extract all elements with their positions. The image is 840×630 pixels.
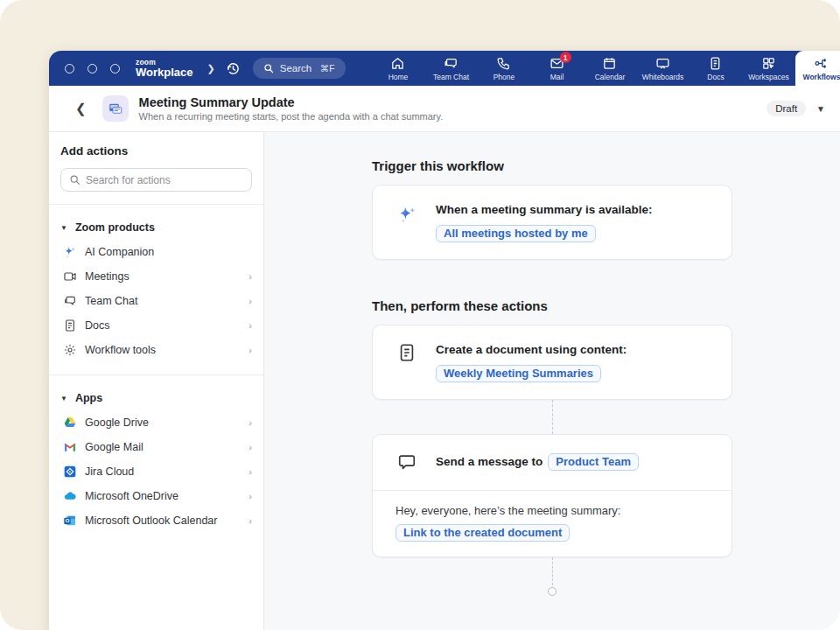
- navbar-items: Home Team Chat Phone 1 Mail Calend: [372, 51, 840, 86]
- ai-companion-icon: [62, 245, 77, 260]
- create-document-content: Create a document using content: Weekly …: [436, 342, 626, 382]
- zoom-workplace-window: zoom Workplace ❯ Search ⌘F Home: [49, 51, 840, 630]
- create-document-card[interactable]: Create a document using content: Weekly …: [372, 325, 732, 400]
- recipient-chip[interactable]: Product Team: [548, 453, 639, 471]
- status-chevron-down-icon[interactable]: ▼: [815, 102, 827, 116]
- desktop-background: zoom Workplace ❯ Search ⌘F Home: [0, 0, 840, 630]
- sidebar-item-google-drive[interactable]: Google Drive ›: [49, 410, 263, 435]
- window-control-1[interactable]: [65, 64, 74, 74]
- chevron-right-icon: ›: [248, 345, 252, 355]
- docs-icon: [708, 56, 723, 71]
- chevron-right-icon: ›: [248, 515, 252, 526]
- calendar-icon: [602, 56, 617, 71]
- google-drive-icon: [62, 416, 77, 430]
- sidebar-item-ai-companion[interactable]: AI Companion: [49, 240, 263, 264]
- team-chat-icon: [62, 294, 77, 309]
- nav-item-docs[interactable]: Docs: [690, 51, 743, 86]
- sidebar-item-team-chat[interactable]: Team Chat ›: [49, 289, 263, 313]
- search-placeholder: Search: [280, 63, 314, 74]
- back-button[interactable]: ❮: [68, 97, 94, 120]
- workspaces-icon: [761, 56, 776, 71]
- gear-icon: [62, 343, 77, 358]
- nav-item-team-chat[interactable]: Team Chat: [424, 51, 478, 86]
- phone-icon: [496, 56, 511, 71]
- workflow-connector: [552, 400, 553, 434]
- chevron-right-icon: ›: [248, 296, 252, 306]
- sidebar-item-microsoft-outlook-calendar[interactable]: O Microsoft Outlook Calendar ›: [49, 508, 263, 533]
- nav-forward-chevron-icon[interactable]: ❯: [206, 63, 217, 74]
- onedrive-icon: [62, 489, 77, 504]
- page-subtitle: When a recurring meeting starts, post th…: [139, 111, 767, 122]
- actions-search-placeholder: Search for actions: [86, 174, 171, 186]
- mail-badge: 1: [560, 52, 571, 63]
- workflow-header: ❮ Meeting Summary Update When a recurrin…: [49, 86, 840, 132]
- jira-icon: [62, 465, 77, 480]
- search-input[interactable]: Search ⌘F: [253, 58, 346, 79]
- whiteboards-icon: [655, 56, 670, 71]
- send-message-content: Send a message to Product Team: [436, 452, 639, 472]
- actions-search-input[interactable]: Search for actions: [60, 168, 252, 192]
- trigger-scope-chip[interactable]: All meetings hosted by me: [436, 225, 596, 242]
- brand-zoom: zoom: [136, 59, 193, 66]
- outlook-calendar-icon: O: [62, 514, 77, 528]
- collapse-triangle-icon: ▼: [60, 224, 67, 232]
- ai-sparkle-icon: [396, 202, 418, 242]
- document-link-chip[interactable]: Link to the created document: [396, 524, 570, 542]
- sidebar-item-workflow-tools[interactable]: Workflow tools ›: [49, 338, 263, 362]
- nav-item-workspaces[interactable]: Workspaces: [742, 51, 795, 86]
- collapse-triangle-icon: ▼: [60, 395, 67, 402]
- meetings-icon: [62, 270, 77, 284]
- workflow-canvas: Trigger this workflow When a meeting sum…: [264, 132, 840, 630]
- nav-item-phone[interactable]: Phone: [478, 51, 531, 86]
- chevron-right-icon: ›: [248, 417, 252, 428]
- sidebar-divider: [49, 374, 263, 375]
- header-titles: Meeting Summary Update When a recurring …: [139, 95, 767, 122]
- document-content-chip[interactable]: Weekly Meeting Summaries: [436, 365, 601, 382]
- chat-bubble-icon: [396, 452, 418, 472]
- sidebar-item-docs[interactable]: Docs ›: [49, 313, 263, 338]
- sidebar-item-jira-cloud[interactable]: Jira Cloud ›: [49, 459, 263, 484]
- window-control-3[interactable]: [110, 64, 120, 74]
- workflows-icon: [814, 56, 829, 71]
- history-icon[interactable]: [226, 61, 241, 76]
- chevron-right-icon: ›: [248, 442, 252, 452]
- sidebar-divider: [49, 204, 263, 205]
- sidebar-item-meetings[interactable]: Meetings ›: [49, 264, 263, 289]
- trigger-content: When a meeting summary is available: All…: [436, 202, 653, 242]
- create-document-title: Create a document using content:: [436, 342, 626, 358]
- chevron-right-icon: ›: [248, 320, 252, 331]
- docs-icon: [62, 318, 77, 333]
- nav-item-whiteboards[interactable]: Whiteboards: [636, 51, 690, 86]
- status-badge: Draft: [766, 101, 806, 116]
- add-step-endpoint[interactable]: [548, 587, 556, 596]
- window-controls[interactable]: [65, 64, 120, 74]
- sidebar-item-microsoft-onedrive[interactable]: Microsoft OneDrive ›: [49, 484, 263, 508]
- message-text: Hey, everyone, here’s the meeting summar…: [396, 504, 709, 517]
- team-chat-icon: [444, 56, 458, 71]
- window-control-2[interactable]: [88, 64, 97, 74]
- send-message-card[interactable]: Send a message to Product Team Hey, ever…: [372, 434, 732, 557]
- actions-heading: Then, perform these actions: [372, 298, 732, 313]
- section-apps[interactable]: ▼ Apps: [49, 386, 263, 410]
- nav-item-home[interactable]: Home: [372, 51, 425, 86]
- send-message-title: Send a message to: [436, 454, 542, 470]
- trigger-heading: Trigger this workflow: [372, 158, 732, 173]
- sidebar-item-google-mail[interactable]: Google Mail ›: [49, 435, 263, 459]
- document-icon: [396, 342, 418, 382]
- zoom-workplace-logo: zoom Workplace: [136, 59, 193, 79]
- trigger-title: When a meeting summary is available:: [436, 202, 653, 218]
- message-body[interactable]: Hey, everyone, here’s the meeting summar…: [373, 490, 732, 556]
- sidebar-title: Add actions: [60, 144, 252, 158]
- nav-item-workflows[interactable]: Workflows: [795, 51, 840, 86]
- gmail-icon: [62, 440, 77, 455]
- brand-workplace: Workplace: [136, 66, 193, 78]
- nav-item-calendar[interactable]: Calendar: [584, 51, 637, 86]
- chevron-right-icon: ›: [248, 271, 252, 282]
- header-right: Draft ▼: [766, 98, 840, 119]
- trigger-card[interactable]: When a meeting summary is available: All…: [372, 185, 732, 260]
- navbar-left: zoom Workplace ❯ Search ⌘F: [49, 51, 346, 86]
- search-icon: [263, 63, 274, 74]
- nav-item-mail[interactable]: 1 Mail: [530, 51, 584, 86]
- top-navbar: zoom Workplace ❯ Search ⌘F Home: [49, 51, 840, 86]
- section-zoom-products[interactable]: ▼ Zoom products: [49, 215, 263, 240]
